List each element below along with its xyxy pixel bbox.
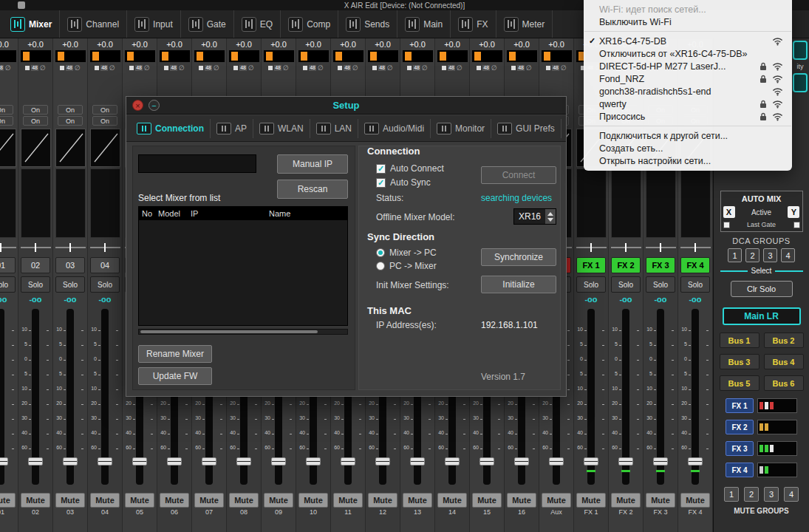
pan-slider[interactable] <box>576 241 607 254</box>
mute-button[interactable]: Mute <box>298 493 328 508</box>
toolbar-tab-comp[interactable]: Comp <box>281 10 338 38</box>
solo-button[interactable]: Solo <box>646 276 675 293</box>
comp-on-button[interactable]: On <box>0 116 13 126</box>
toolbar-tab-meter[interactable]: Meter <box>496 10 553 38</box>
toolbar-tab-eq[interactable]: EQ <box>234 10 281 38</box>
radio-icon-selected[interactable] <box>376 248 385 257</box>
pan-slider[interactable] <box>21 241 51 254</box>
fader[interactable]: 105051020304060 <box>53 306 87 491</box>
mute-button[interactable]: Mute <box>368 493 397 508</box>
automix-y-button[interactable]: Y <box>788 206 799 218</box>
dynamics-graph[interactable] <box>55 129 86 167</box>
mixer-table[interactable]: NoModelIPName <box>138 206 348 326</box>
fader-cap[interactable] <box>98 457 112 466</box>
mute-button[interactable]: Mute <box>21 493 50 508</box>
fader-cap[interactable] <box>236 457 251 466</box>
bus-1-button[interactable]: Bus 1 <box>720 332 759 348</box>
dca-group-4-button[interactable]: 4 <box>781 248 795 262</box>
solo-button[interactable]: Solo <box>576 276 606 293</box>
dynamics-graph[interactable] <box>90 129 120 167</box>
mute-button[interactable]: Mute <box>507 493 536 508</box>
mute-button[interactable]: Mute <box>472 493 502 508</box>
radio-mixer-to-pc[interactable]: Mixer -> PC <box>376 248 437 258</box>
mute-button[interactable]: Mute <box>576 493 606 508</box>
mute-button[interactable]: Mute <box>0 493 16 508</box>
mute-button[interactable]: Mute <box>403 493 432 508</box>
dca-group-2-button[interactable]: 2 <box>745 248 759 262</box>
fx-1-display[interactable] <box>757 398 797 413</box>
pan-slider[interactable] <box>611 241 641 254</box>
radio-icon[interactable] <box>376 262 385 270</box>
solo-button[interactable]: Solo <box>55 276 85 293</box>
automix-x-button[interactable]: X <box>723 206 735 218</box>
gate-on-button[interactable]: On <box>0 105 13 115</box>
toolbar-tab-main[interactable]: Main <box>397 10 451 38</box>
fader-cap[interactable] <box>0 457 8 466</box>
mute-button[interactable]: Mute <box>680 493 710 508</box>
mute-button[interactable]: Mute <box>542 493 571 508</box>
eq-display[interactable] <box>576 168 607 238</box>
fader[interactable]: 105051020304060 <box>88 306 122 491</box>
clear-solo-button[interactable]: Clr Solo <box>731 281 793 297</box>
solo-button[interactable]: Solo <box>611 276 641 293</box>
mute-button[interactable]: Mute <box>55 493 85 508</box>
fader[interactable]: 105051020304060 <box>609 306 643 491</box>
channel-select-button[interactable]: 02 <box>21 257 50 273</box>
menu-item-создать-сеть[interactable]: Создать сеть... <box>584 142 792 154</box>
fader-cap[interactable] <box>28 457 43 466</box>
fader-cap[interactable] <box>63 457 78 466</box>
radio-pc-to-mixer[interactable]: PC -> Mixer <box>376 261 437 271</box>
setup-tab-audio-midi[interactable]: Audio/Midi <box>358 119 431 138</box>
fader-cap[interactable] <box>584 457 598 466</box>
gate-on-button[interactable]: On <box>23 105 48 115</box>
eq-display[interactable] <box>0 168 16 238</box>
solo-button[interactable]: Solo <box>0 276 16 293</box>
menu-item-xr16-c4-75-db[interactable]: ✓XR16-C4-75-DB <box>584 35 792 47</box>
toolbar-tab-mixer[interactable]: Mixer <box>3 10 60 38</box>
bus-2-button[interactable]: Bus 2 <box>764 332 804 348</box>
fx-2-display[interactable] <box>757 420 797 434</box>
channel-select-button[interactable]: FX 4 <box>680 257 710 273</box>
pan-slider[interactable] <box>55 241 86 254</box>
eq-display[interactable] <box>21 168 51 238</box>
eq-display[interactable] <box>90 168 120 238</box>
auto-connect-check-icon[interactable]: ✓ <box>376 164 386 174</box>
table-scrollbar[interactable] <box>138 329 348 335</box>
stepper-arrows-icon[interactable] <box>545 209 556 224</box>
fx-3-button[interactable]: FX 3 <box>726 441 754 456</box>
bus-4-button[interactable]: Bus 4 <box>764 354 804 369</box>
toolbar-tab-fx[interactable]: FX <box>451 10 496 38</box>
channel-select-button[interactable]: FX 2 <box>611 257 641 273</box>
channel-select-button[interactable]: 04 <box>90 257 120 273</box>
fader-cap[interactable] <box>341 457 355 466</box>
fader-cap[interactable] <box>132 457 147 466</box>
eq-display[interactable] <box>646 168 676 238</box>
initialize-button[interactable]: Initialize <box>481 276 556 293</box>
mute-button[interactable]: Mute <box>611 493 641 508</box>
toolbar-tab-input[interactable]: Input <box>127 10 181 38</box>
mute-button[interactable]: Mute <box>333 493 363 508</box>
mute-group-4-button[interactable]: 4 <box>784 487 799 502</box>
last-gate-checkbox-right[interactable] <box>793 222 800 228</box>
menu-item-подключиться-к-другой-сети[interactable]: Подключиться к другой сети... <box>584 129 792 142</box>
menu-item-выключить-wi-fi[interactable]: Выключить Wi-Fi <box>584 16 792 28</box>
snapshot-icon[interactable] <box>793 73 808 92</box>
comp-on-button[interactable]: On <box>92 116 117 126</box>
rename-mixer-button[interactable]: Rename Mixer <box>138 345 212 363</box>
eq-display[interactable] <box>611 168 641 238</box>
fader-cap[interactable] <box>618 457 633 466</box>
gate-on-button[interactable]: On <box>92 105 117 115</box>
fx-1-button[interactable]: FX 1 <box>726 398 754 413</box>
fx-3-display[interactable] <box>757 441 797 456</box>
mute-button[interactable]: Mute <box>160 493 189 508</box>
fader-cap[interactable] <box>549 457 564 466</box>
pan-slider[interactable] <box>646 241 676 254</box>
utility-icon[interactable] <box>793 41 808 60</box>
channel-select-button[interactable]: 01 <box>0 257 16 273</box>
fader[interactable]: 105051020304060 <box>678 306 712 491</box>
mute-button[interactable]: Mute <box>646 493 675 508</box>
fader-cap[interactable] <box>688 457 703 466</box>
auto-sync-check-icon[interactable]: ✓ <box>376 178 386 188</box>
dynamics-graph[interactable] <box>21 129 51 167</box>
fader-cap[interactable] <box>167 457 182 466</box>
